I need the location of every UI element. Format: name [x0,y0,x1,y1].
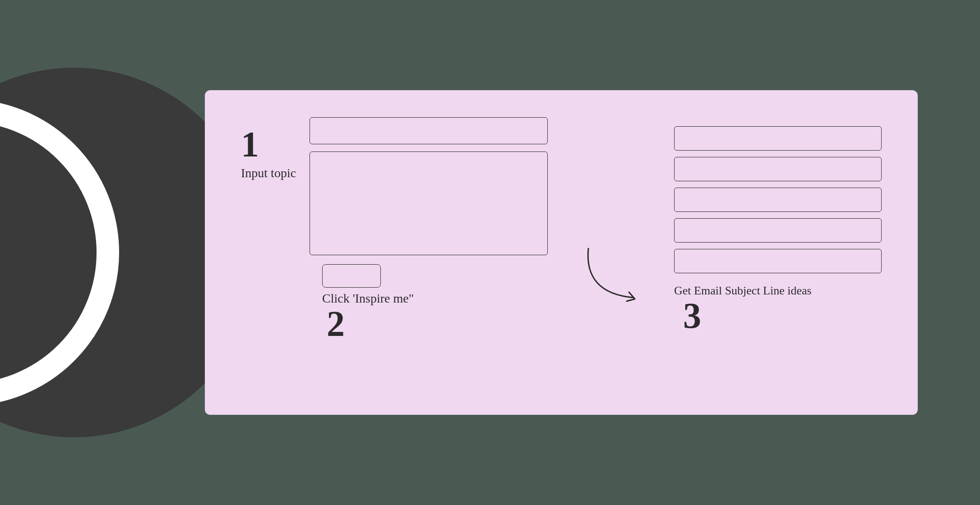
topic-multi-input[interactable] [310,152,548,255]
step3-number: 3 [683,298,882,334]
output-field-4[interactable] [674,218,882,243]
step1-inputs [310,117,548,255]
left-column: 1 Input topic Click 'Inspire me" 2 [241,117,548,388]
step3-label-group: Get Email Subject Line ideas 3 [674,284,882,334]
step2-label-group: Click 'Inspire me" 2 [322,291,414,342]
output-field-2[interactable] [674,157,882,181]
scene: 1 Input topic Click 'Inspire me" 2 [0,0,980,505]
step1-label: Input topic [241,166,296,180]
step2-row: Click 'Inspire me" 2 [241,264,548,342]
step2-number: 2 [327,306,414,342]
white-ring-decoration [0,99,119,406]
step1-info: 1 Input topic [241,117,296,180]
arrow-area [575,117,647,388]
right-column: Get Email Subject Line ideas 3 [674,117,882,388]
output-field-5[interactable] [674,249,882,273]
output-field-3[interactable] [674,188,882,212]
output-field-1[interactable] [674,126,882,151]
inspire-me-button[interactable] [322,264,381,288]
topic-single-input[interactable] [310,117,548,144]
main-card: 1 Input topic Click 'Inspire me" 2 [205,90,918,415]
get-email-text: Get Email Subject Line ideas [674,284,882,298]
step1-number: 1 [241,126,259,162]
step1-row: 1 Input topic [241,117,548,255]
arrow-icon [575,234,647,316]
